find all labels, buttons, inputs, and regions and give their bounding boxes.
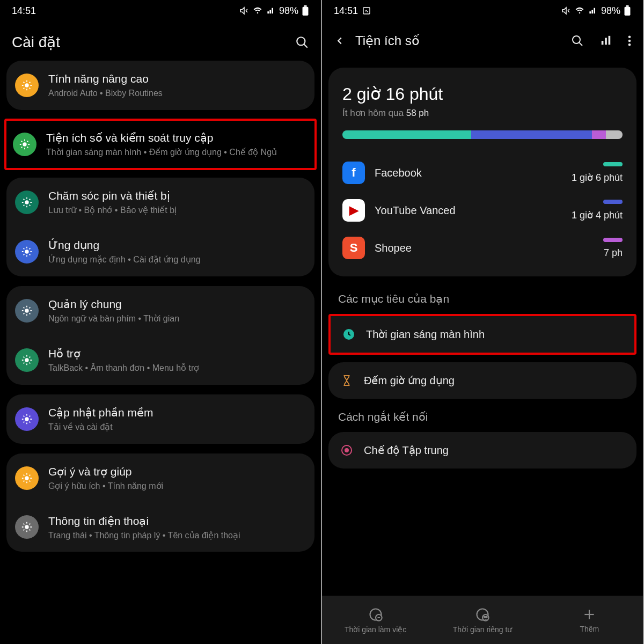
battery-icon xyxy=(302,5,309,16)
wifi-icon xyxy=(252,6,263,15)
settings-icon xyxy=(15,466,39,490)
settings-row-title: Thông tin điện thoại xyxy=(48,514,306,529)
more-vert-icon xyxy=(628,35,631,47)
settings-screen: 14:51 98% Cài đặt Tính năng nâng cao And… xyxy=(0,0,322,644)
svg-rect-19 xyxy=(605,38,607,45)
battery-text: 98% xyxy=(601,5,620,17)
usage-total: 2 giờ 16 phút xyxy=(342,84,623,104)
settings-row[interactable]: Chăm sóc pin và thiết bị Lưu trữ • Bộ nh… xyxy=(6,178,314,227)
tab-add[interactable]: Thêm xyxy=(536,596,643,644)
usage-segment xyxy=(606,130,623,139)
more-button[interactable] xyxy=(628,35,631,47)
chevron-left-icon xyxy=(334,35,346,47)
svg-line-17 xyxy=(579,42,582,46)
settings-row-sub: Lưu trữ • Bộ nhớ • Bảo vệ thiết bị xyxy=(48,204,306,216)
app-usage-row[interactable]: ▶ YouTube Vanced 1 giờ 4 phút xyxy=(342,192,623,229)
focus-mode-row[interactable]: Chế độ Tập trung xyxy=(328,432,636,469)
svg-point-6 xyxy=(25,200,28,204)
app-name: Facebook xyxy=(375,167,562,179)
goal-icon xyxy=(341,327,356,342)
settings-row-sub: Android Auto • Bixby Routines xyxy=(48,87,306,99)
usage-bar xyxy=(342,130,623,139)
settings-row-sub: Trang thái • Thông tin pháp lý • Tên của… xyxy=(48,530,306,541)
svg-rect-1 xyxy=(304,5,306,7)
svg-point-8 xyxy=(25,309,28,312)
goal-label: Thời gian sáng màn hình xyxy=(366,328,485,341)
app-color-pill xyxy=(603,200,623,204)
signal-icon xyxy=(588,6,598,15)
settings-row-sub: Gợi ý hữu ích • Tính năng mới xyxy=(48,480,306,492)
settings-row-sub: Thời gian sáng màn hình • Đếm giờ ứng dụ… xyxy=(46,147,308,158)
app-time: 1 giờ 4 phút xyxy=(572,210,623,221)
search-button[interactable] xyxy=(295,35,309,49)
settings-row[interactable]: Tiện ích số và kiểm soát truy cập Thời g… xyxy=(6,121,314,168)
chart-button[interactable] xyxy=(600,35,612,47)
status-right: 98% xyxy=(239,5,309,17)
app-time: 7 ph xyxy=(604,247,623,258)
usage-card[interactable]: 2 giờ 16 phút Ít hơn hôm qua 58 ph f Fac… xyxy=(328,68,636,276)
settings-icon xyxy=(15,191,39,214)
settings-icon xyxy=(15,407,39,431)
goals-heading: Các mục tiêu của bạn xyxy=(322,288,643,314)
digital-wellbeing-screen: 14:51 98% Tiện ích số xyxy=(322,0,644,644)
settings-row[interactable]: Gợi ý và trợ giúp Gợi ý hữu ích • Tính n… xyxy=(6,453,314,503)
app-usage-row[interactable]: S Shopee 7 ph xyxy=(342,229,623,267)
settings-row-title: Chăm sóc pin và thiết bị xyxy=(48,188,306,203)
usage-comparison: Ít hơn hôm qua 58 ph xyxy=(342,107,623,119)
svg-point-32 xyxy=(486,616,487,617)
battery-icon xyxy=(624,5,631,16)
settings-row[interactable]: Quản lý chung Ngôn ngữ và bàn phím • Thờ… xyxy=(6,286,314,335)
tab-personal-time[interactable]: Thời gian riêng tư xyxy=(429,596,536,644)
wifi-icon xyxy=(574,6,585,15)
settings-row[interactable]: Thông tin điện thoại Trang thái • Thông … xyxy=(6,503,314,552)
svg-rect-18 xyxy=(602,41,604,45)
wellbeing-header: Tiện ích số xyxy=(322,21,643,58)
settings-row-title: Hỗ trợ xyxy=(48,346,306,361)
highlight-box: Thời gian sáng màn hình xyxy=(328,314,636,355)
settings-row-title: Tính năng nâng cao xyxy=(48,71,306,86)
settings-row[interactable]: Cập nhật phần mềm Tải về và cài đặt xyxy=(6,394,314,444)
app-color-pill xyxy=(603,162,623,166)
settings-group: Quản lý chung Ngôn ngữ và bàn phím • Thờ… xyxy=(6,286,314,385)
svg-point-31 xyxy=(484,616,485,617)
settings-row[interactable]: Hỗ trợ TalkBack • Âm thanh đơn • Menu hỗ… xyxy=(6,335,314,385)
app-icon: S xyxy=(342,237,365,259)
app-icon: f xyxy=(342,162,365,184)
search-button[interactable] xyxy=(571,34,584,47)
disconnect-heading: Cách ngắt kết nối xyxy=(322,406,643,432)
app-name: YouTube Vanced xyxy=(375,204,562,217)
status-time: 14:51 xyxy=(334,5,358,17)
status-bar: 14:51 98% xyxy=(322,0,643,21)
settings-group: Gợi ý và trợ giúp Gợi ý hữu ích • Tính n… xyxy=(6,453,314,552)
goal-row[interactable]: Đếm giờ ứng dụng xyxy=(328,362,636,399)
goal-label: Đếm giờ ứng dụng xyxy=(364,374,455,387)
goal-icon xyxy=(339,373,354,388)
usage-segment xyxy=(471,130,591,139)
focus-mode-label: Chế độ Tập trung xyxy=(364,444,449,457)
status-right: 98% xyxy=(561,5,631,17)
settings-icon xyxy=(15,74,39,97)
svg-point-2 xyxy=(297,37,305,45)
usage-segment xyxy=(592,130,606,139)
settings-icon xyxy=(15,240,39,264)
status-time: 14:51 xyxy=(12,5,36,17)
svg-point-23 xyxy=(628,43,631,46)
settings-row[interactable]: Ứng dụng Ứng dụng mặc định • Cài đặt ứng… xyxy=(6,227,314,276)
svg-line-3 xyxy=(304,44,308,48)
usage-segment xyxy=(342,130,471,139)
settings-row-sub: Ngôn ngữ và bàn phím • Thời gian xyxy=(48,313,306,325)
settings-row-sub: TalkBack • Âm thanh đơn • Menu hỗ trợ xyxy=(48,362,306,374)
settings-row-title: Gợi ý và trợ giúp xyxy=(48,464,306,479)
tab-work-time[interactable]: Thời gian làm việc xyxy=(322,596,429,644)
settings-row[interactable]: Tính năng nâng cao Android Auto • Bixby … xyxy=(6,61,314,110)
status-bar: 14:51 98% xyxy=(0,0,321,21)
screenshot-icon xyxy=(362,6,371,15)
svg-point-4 xyxy=(25,83,28,87)
back-button[interactable] xyxy=(334,35,346,47)
svg-rect-15 xyxy=(626,5,628,7)
settings-header: Cài đặt xyxy=(0,21,321,61)
app-usage-row[interactable]: f Facebook 1 giờ 6 phút xyxy=(342,154,623,192)
signal-icon xyxy=(266,6,276,15)
goal-row[interactable]: Thời gian sáng màn hình xyxy=(331,316,634,353)
settings-group: Cập nhật phần mềm Tải về và cài đặt xyxy=(6,394,314,444)
